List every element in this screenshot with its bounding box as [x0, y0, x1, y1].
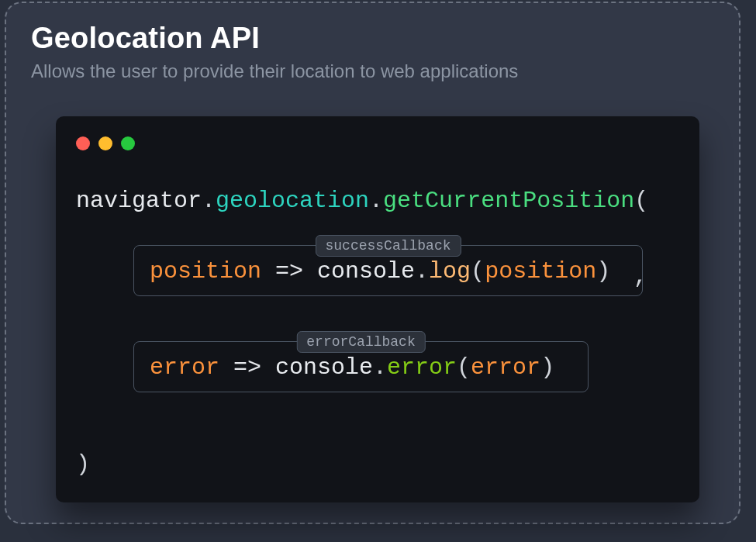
token-open-paren: ( [471, 258, 485, 285]
token-comma: , [633, 264, 647, 290]
success-callback-label: successCallback [315, 235, 461, 257]
traffic-red-icon [76, 136, 90, 150]
token-dot: . [369, 188, 383, 214]
token-navigator: navigator [76, 188, 202, 214]
token-param: error [150, 354, 219, 381]
token-console: console [317, 258, 415, 285]
token-console: console [275, 354, 373, 381]
token-close-paren: ) [540, 354, 554, 381]
success-callback-box: successCallback position => console.log(… [133, 245, 643, 296]
token-arg: position [485, 258, 596, 285]
code-window: navigator.geolocation.getCurrentPosition… [56, 116, 699, 502]
window-traffic-lights [76, 136, 135, 150]
token-dot: . [415, 258, 429, 285]
token-geolocation: geolocation [216, 188, 369, 214]
token-dot: . [202, 188, 216, 214]
token-dot: . [373, 354, 387, 381]
error-callback-box: errorCallback error => console.error(err… [133, 341, 589, 392]
token-error: error [387, 354, 457, 381]
token-open-paren: ( [634, 188, 648, 214]
token-arrow: => [219, 354, 275, 381]
traffic-yellow-icon [98, 136, 112, 150]
token-close-paren: ) [596, 258, 610, 285]
api-card: Geolocation API Allows the user to provi… [5, 2, 740, 524]
token-arg: error [471, 354, 540, 381]
token-open-paren: ( [457, 354, 471, 381]
traffic-green-icon [121, 136, 135, 150]
token-method: getCurrentPosition [383, 188, 634, 214]
token-close-paren: ) [76, 451, 90, 478]
code-line-1: navigator.geolocation.getCurrentPosition… [76, 185, 648, 219]
card-title: Geolocation API [31, 22, 260, 55]
card-subtitle: Allows the user to provide their locatio… [31, 60, 518, 82]
error-callback-label: errorCallback [296, 331, 425, 353]
token-param: position [150, 258, 261, 285]
token-arrow: => [261, 258, 317, 285]
token-log: log [429, 258, 471, 285]
